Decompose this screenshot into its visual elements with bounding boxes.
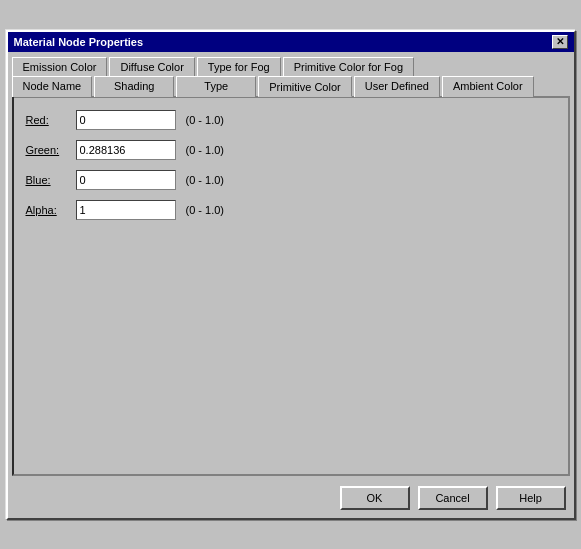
title-bar: Material Node Properties ✕: [8, 32, 574, 52]
green-label: Green:: [26, 144, 76, 156]
cancel-button[interactable]: Cancel: [418, 486, 488, 510]
blue-range: (0 - 1.0): [186, 174, 225, 186]
button-row: OK Cancel Help: [8, 480, 574, 518]
red-row: Red: (0 - 1.0): [26, 110, 556, 130]
tab-shading[interactable]: Shading: [94, 76, 174, 97]
tabs-row1: Emission Color Diffuse Color Type for Fo…: [8, 52, 574, 75]
alpha-range: (0 - 1.0): [186, 204, 225, 216]
red-range: (0 - 1.0): [186, 114, 225, 126]
content-area: Red: (0 - 1.0) Green: (0 - 1.0) Blue: (0…: [12, 96, 570, 476]
help-button[interactable]: Help: [496, 486, 566, 510]
tab-node-name[interactable]: Node Name: [12, 76, 93, 97]
blue-input[interactable]: [76, 170, 176, 190]
close-button[interactable]: ✕: [552, 35, 568, 49]
tab-primitive-color[interactable]: Primitive Color: [258, 76, 352, 97]
alpha-row: Alpha: (0 - 1.0): [26, 200, 556, 220]
tab-type[interactable]: Type: [176, 76, 256, 97]
green-range: (0 - 1.0): [186, 144, 225, 156]
blue-row: Blue: (0 - 1.0): [26, 170, 556, 190]
tab-emission-color[interactable]: Emission Color: [12, 57, 108, 76]
material-node-properties-dialog: Material Node Properties ✕ Emission Colo…: [6, 30, 576, 520]
tab-primitive-color-for-fog[interactable]: Primitive Color for Fog: [283, 57, 414, 76]
green-row: Green: (0 - 1.0): [26, 140, 556, 160]
ok-button[interactable]: OK: [340, 486, 410, 510]
alpha-input[interactable]: [76, 200, 176, 220]
tabs-row2: Node Name Shading Type Primitive Color U…: [8, 75, 574, 96]
red-input[interactable]: [76, 110, 176, 130]
green-input[interactable]: [76, 140, 176, 160]
alpha-label: Alpha:: [26, 204, 76, 216]
red-label: Red:: [26, 114, 76, 126]
tab-ambient-color[interactable]: Ambient Color: [442, 76, 534, 97]
dialog-title: Material Node Properties: [14, 36, 144, 48]
tab-diffuse-color[interactable]: Diffuse Color: [109, 57, 194, 76]
tab-type-for-fog[interactable]: Type for Fog: [197, 57, 281, 76]
blue-label: Blue:: [26, 174, 76, 186]
tab-user-defined[interactable]: User Defined: [354, 76, 440, 97]
